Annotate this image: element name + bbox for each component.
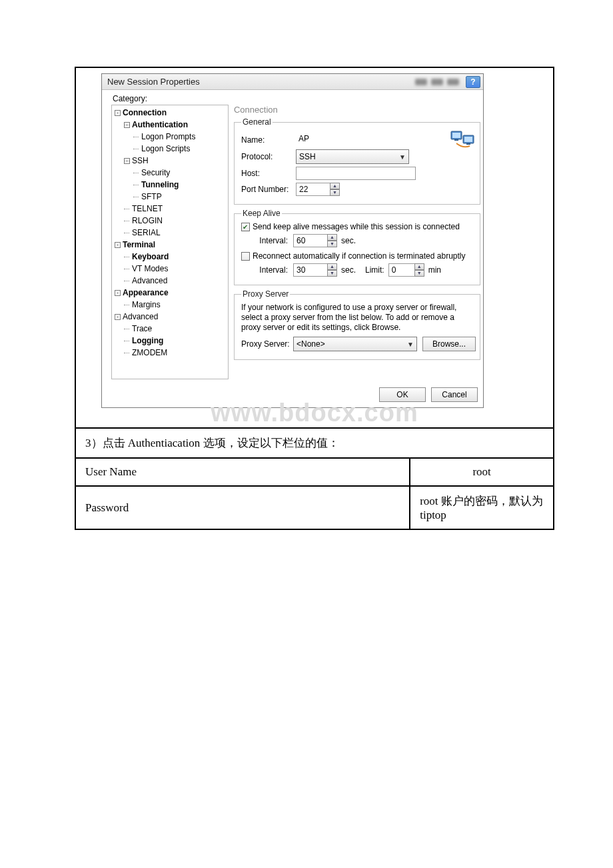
table-row: Password root 账户的密码，默认为tiptop <box>76 486 553 529</box>
interval1-input[interactable] <box>293 234 328 247</box>
reconnect-label: Reconnect automatically if connection is… <box>253 251 466 261</box>
host-label: Host: <box>241 169 296 178</box>
tree-authentication[interactable]: Authentication <box>132 120 188 129</box>
tree-connection[interactable]: Connection <box>123 108 167 117</box>
expand-icon[interactable]: - <box>115 242 121 248</box>
protocol-label: Protocol: <box>241 152 296 161</box>
interval1-label: Interval: <box>253 236 293 245</box>
table-row: User Name root <box>76 458 553 486</box>
tree-tunneling[interactable]: Tunneling <box>133 179 179 191</box>
session-properties-window: New Session Properties ? Category: -Conn… <box>101 73 484 408</box>
chevron-down-icon: ▼ <box>399 153 406 161</box>
sec-label-2: sec. <box>341 265 356 275</box>
ok-button[interactable]: OK <box>379 387 426 402</box>
interval2-input[interactable] <box>293 263 328 277</box>
window-title: New Session Properties <box>107 77 200 87</box>
general-group: General Name: AP Protocol: SSH ▼ <box>234 117 480 205</box>
spinner-buttons[interactable]: ▲▼ <box>330 183 340 196</box>
limit-spinner[interactable]: ▲▼ <box>388 263 424 277</box>
user-name-label: User Name <box>76 458 410 486</box>
tree-margins[interactable]: Margins <box>124 299 161 311</box>
keepalive-legend: Keep Alive <box>241 209 282 218</box>
host-input[interactable] <box>296 167 416 180</box>
page-container: New Session Properties ? Category: -Conn… <box>75 67 554 530</box>
tree-advanced[interactable]: Advanced <box>123 312 158 321</box>
port-input[interactable] <box>296 183 330 196</box>
connection-icon <box>450 127 476 150</box>
tree-telnet[interactable]: TELNET <box>124 203 163 215</box>
tree-zmodem[interactable]: ZMODEM <box>124 347 167 359</box>
tree-trace[interactable]: Trace <box>124 323 152 335</box>
password-value: root 账户的密码，默认为tiptop <box>410 486 553 529</box>
expand-icon[interactable]: - <box>115 314 121 320</box>
tree-serial[interactable]: SERIAL <box>124 227 161 239</box>
limit-label: Limit: <box>365 265 384 275</box>
category-label: Category: <box>111 94 483 105</box>
protocol-value: SSH <box>299 152 316 161</box>
interval1-spinner[interactable]: ▲▼ <box>293 234 337 247</box>
proxy-select[interactable]: <None> ▼ <box>293 337 417 351</box>
tree-sftp[interactable]: SFTP <box>133 191 162 203</box>
keepalive-group: Keep Alive ✔ Send keep alive messages wh… <box>234 209 480 285</box>
send-keepalive-checkbox[interactable]: ✔ Send keep alive messages while this se… <box>241 222 476 231</box>
settings-panel: Connection General <box>229 105 483 379</box>
panel-header: Connection <box>234 105 480 117</box>
interval2-label: Interval: <box>253 265 293 275</box>
limit-input[interactable] <box>388 263 415 277</box>
port-label: Port Number: <box>241 185 296 194</box>
user-name-value: root <box>410 458 553 486</box>
proxy-group: Proxy Server If your network is configur… <box>234 289 480 360</box>
svg-rect-1 <box>452 133 460 138</box>
browse-button[interactable]: Browse... <box>422 337 476 351</box>
proxy-label: Proxy Server: <box>241 339 293 349</box>
interval2-spinner[interactable]: ▲▼ <box>293 263 337 277</box>
expand-icon[interactable]: - <box>124 158 130 164</box>
reconnect-checkbox[interactable]: Reconnect automatically if connection is… <box>241 251 476 261</box>
help-icon[interactable]: ? <box>466 76 480 88</box>
credentials-table: User Name root Password root 账户的密码，默认为ti… <box>76 457 553 529</box>
expand-icon[interactable]: - <box>115 110 121 116</box>
tree-logging[interactable]: Logging <box>124 335 163 347</box>
checkbox-checked-icon: ✔ <box>241 223 250 231</box>
general-legend: General <box>241 117 273 127</box>
sec-label: sec. <box>341 236 356 245</box>
name-label: Name: <box>241 135 296 145</box>
tree-keyboard[interactable]: Keyboard <box>124 251 169 263</box>
titlebar-blur <box>415 79 459 85</box>
instruction-text: 3）点击 Authentiacation 选项，设定以下栏位的值： <box>76 427 553 457</box>
tree-vt-modes[interactable]: VT Modes <box>124 263 168 275</box>
proxy-legend: Proxy Server <box>241 289 290 299</box>
spinner-buttons[interactable]: ▲▼ <box>327 263 337 277</box>
tree-rlogin[interactable]: RLOGIN <box>124 215 163 227</box>
expand-icon[interactable]: - <box>124 122 130 128</box>
tree-logon-prompts[interactable]: Logon Prompts <box>133 131 195 143</box>
checkbox-unchecked-icon <box>241 252 250 261</box>
svg-rect-2 <box>454 139 458 141</box>
port-spinner[interactable]: ▲▼ <box>296 183 340 196</box>
spinner-buttons[interactable]: ▲▼ <box>327 234 337 247</box>
password-label: Password <box>76 486 410 529</box>
min-label: min <box>428 265 441 275</box>
name-input[interactable]: AP <box>296 133 416 147</box>
tree-terminal[interactable]: Terminal <box>123 240 155 249</box>
tree-appearance[interactable]: Appearance <box>123 288 169 297</box>
titlebar: New Session Properties ? <box>102 74 483 90</box>
tree-security[interactable]: Security <box>133 167 170 179</box>
cancel-button[interactable]: Cancel <box>431 387 478 402</box>
svg-rect-4 <box>464 137 472 142</box>
protocol-select[interactable]: SSH ▼ <box>296 149 409 164</box>
send-keepalive-label: Send keep alive messages while this sess… <box>253 222 460 231</box>
svg-rect-5 <box>466 143 470 145</box>
tree-terminal-advanced[interactable]: Advanced <box>124 275 167 287</box>
expand-icon[interactable]: - <box>115 290 121 296</box>
proxy-description: If your network is configured to use a p… <box>241 303 476 333</box>
tree-ssh[interactable]: SSH <box>132 156 149 165</box>
proxy-value: <None> <box>297 339 325 349</box>
chevron-down-icon: ▼ <box>407 341 414 348</box>
tree-logon-scripts[interactable]: Logon Scripts <box>133 143 190 155</box>
category-tree[interactable]: -Connection -Authentication Logon Prompt… <box>111 105 229 379</box>
spinner-buttons[interactable]: ▲▼ <box>414 263 424 277</box>
